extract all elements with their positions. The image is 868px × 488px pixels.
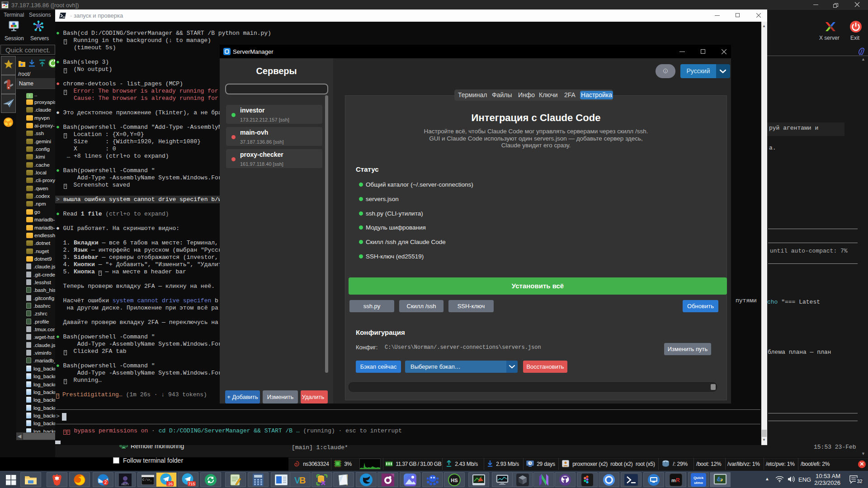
- svg-text:>_: >_: [2, 2, 5, 5]
- svg-text:715: 715: [188, 481, 195, 486]
- svg-text:2: 2: [104, 480, 107, 485]
- svg-text:utmo: utmo: [694, 481, 703, 485]
- svg-text:C:\>_: C:\>_: [142, 478, 152, 482]
- svg-text:m: m: [671, 478, 676, 483]
- svg-text:HS: HS: [451, 477, 458, 483]
- svg-text:R: R: [676, 477, 680, 483]
- svg-text:FRUTY: FRUTY: [122, 483, 129, 486]
- svg-text:B: B: [299, 475, 306, 485]
- svg-text:.26: .26: [167, 481, 173, 486]
- svg-text:Quick: Quick: [693, 476, 704, 480]
